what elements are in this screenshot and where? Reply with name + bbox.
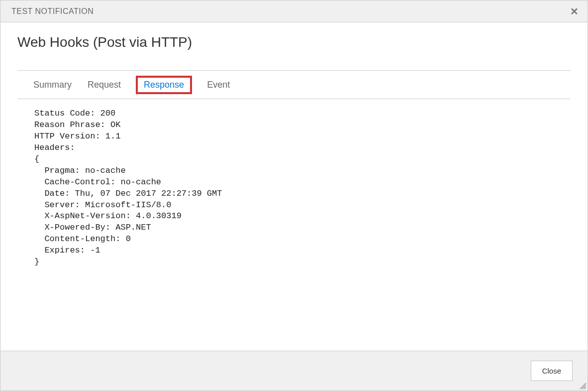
dialog-titlebar: TEST NOTIFICATION ✕ (0, 0, 588, 22)
dialog-content: Web Hooks (Post via HTTP) Summary Reques… (0, 22, 588, 351)
dialog-title: TEST NOTIFICATION (11, 7, 94, 16)
tab-summary[interactable]: Summary (32, 78, 73, 92)
svg-line-2 (584, 387, 586, 389)
close-icon[interactable]: ✕ (568, 4, 581, 18)
tab-response[interactable]: Response (143, 78, 185, 92)
dialog-footer: Close (0, 351, 588, 391)
page-title: Web Hooks (Post via HTTP) (17, 34, 571, 50)
close-button[interactable]: Close (531, 361, 573, 381)
response-body: Status Code: 200 Reason Phrase: OK HTTP … (17, 99, 571, 268)
tab-event[interactable]: Event (206, 78, 231, 92)
test-notification-dialog: TEST NOTIFICATION ✕ Web Hooks (Post via … (0, 0, 588, 391)
resize-grip[interactable] (579, 382, 587, 390)
tab-request[interactable]: Request (87, 78, 122, 92)
tab-bar: Summary Request Response Event (17, 70, 571, 99)
svg-line-1 (582, 385, 586, 389)
tab-response-highlight: Response (136, 76, 192, 94)
